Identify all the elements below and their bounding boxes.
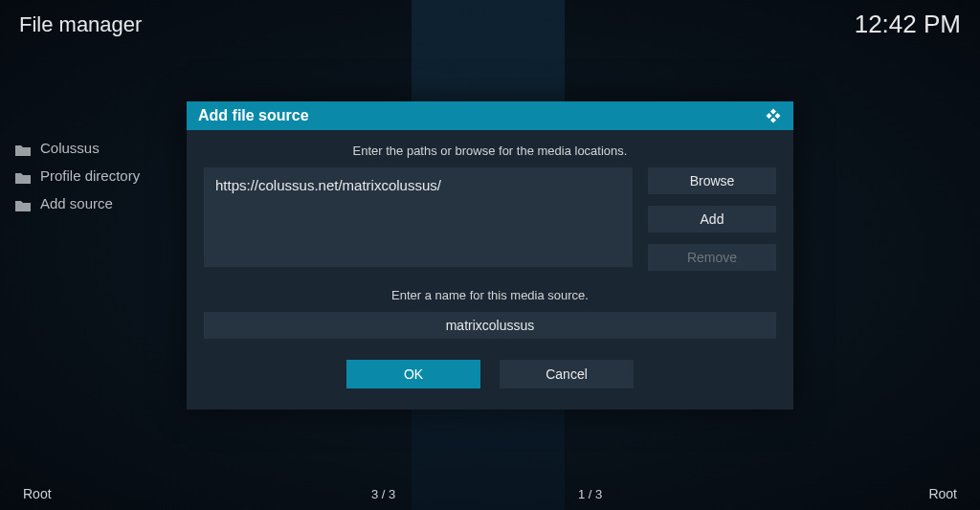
name-prompt: Enter a name for this media source.: [204, 288, 776, 302]
sidebar-item-colussus[interactable]: Colussus: [11, 134, 144, 162]
kodi-icon: [765, 107, 782, 124]
footer: Root Root: [0, 482, 980, 505]
folder-icon: [15, 170, 31, 182]
browse-button[interactable]: Browse: [648, 167, 776, 194]
footer-left-root: Root: [23, 486, 52, 501]
add-button[interactable]: Add: [648, 206, 776, 233]
dialog-title: Add file source: [198, 107, 309, 124]
cancel-button[interactable]: Cancel: [500, 360, 634, 388]
clock: 12:42 PM: [855, 10, 961, 39]
sidebar-item-label: Add source: [40, 195, 113, 211]
header: File manager 12:42 PM: [19, 10, 961, 39]
paths-prompt: Enter the paths or browse for the media …: [204, 144, 776, 158]
footer-right-root: Root: [928, 486, 957, 501]
folder-icon: [15, 143, 31, 154]
source-url-input[interactable]: https://colussus.net/matrixcolussus/: [204, 167, 633, 267]
folder-icon: [15, 198, 31, 210]
dialog-title-bar: Add file source: [187, 101, 793, 130]
source-name-input[interactable]: matrixcolussus: [204, 312, 776, 339]
page-title: File manager: [19, 12, 142, 37]
sidebar-item-add-source[interactable]: Add source: [11, 189, 144, 217]
sidebar-item-profile-directory[interactable]: Profile directory: [11, 162, 144, 189]
footer-left-counter: 3 / 3: [371, 487, 395, 501]
sidebar: Colussus Profile directory Add source: [11, 134, 144, 217]
ok-button[interactable]: OK: [346, 360, 480, 388]
add-file-source-dialog: Add file source Enter the paths or brows…: [187, 101, 793, 410]
remove-button: Remove: [648, 244, 776, 271]
footer-right-counter: 1 / 3: [578, 487, 602, 501]
sidebar-item-label: Colussus: [40, 140, 100, 156]
sidebar-item-label: Profile directory: [40, 167, 140, 184]
